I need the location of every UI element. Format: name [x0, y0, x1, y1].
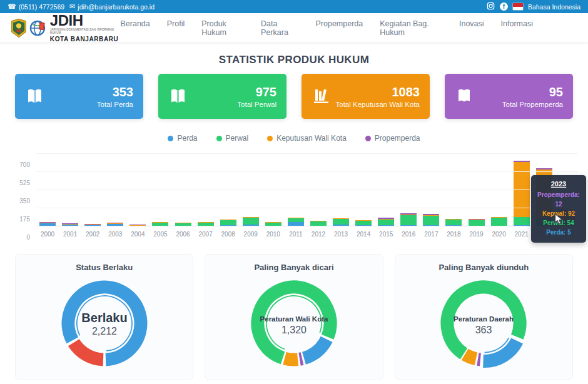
- nav-item-beranda[interactable]: Beranda: [121, 19, 150, 37]
- donut-segment[interactable]: [300, 359, 302, 360]
- bar-column-2010[interactable]: 2010: [262, 154, 285, 226]
- donut-segment[interactable]: [484, 341, 517, 361]
- topbar-email[interactable]: ✉ jdih@banjarbarukota.go.id: [69, 3, 155, 11]
- bar-column-2014[interactable]: 2014: [352, 154, 375, 226]
- bar-segment-perwal[interactable]: [243, 218, 259, 225]
- x-axis-label: 2005: [149, 231, 171, 238]
- facebook-icon[interactable]: f: [500, 3, 508, 11]
- bar-column-2002[interactable]: 2002: [81, 154, 104, 226]
- bar-column-2005[interactable]: 2005: [149, 154, 171, 226]
- nav-item-informasi[interactable]: Informasi: [501, 19, 533, 37]
- nav-item-produk-hukum[interactable]: Produk Hukum: [201, 19, 244, 37]
- bar-columns: 2000200120022003200420052006200720082009…: [36, 154, 578, 226]
- x-axis-label: 2015: [375, 231, 397, 238]
- chart-legend: PerdaPerwalKeputusan Wali KotaPropemperd…: [0, 134, 588, 143]
- bar-segment-perwal[interactable]: [445, 220, 462, 226]
- bar-column-2019[interactable]: 2019: [465, 154, 487, 226]
- x-axis-label: 2004: [126, 231, 149, 238]
- legend-item-propemperda[interactable]: Propemperda: [365, 134, 420, 143]
- y-axis-tick: 700: [6, 161, 30, 168]
- stat-value: 1083: [336, 85, 420, 99]
- stat-value: 975: [237, 85, 276, 99]
- bar-column-2020[interactable]: 2020: [488, 154, 510, 226]
- bar-column-2004[interactable]: 2004: [126, 154, 149, 226]
- bar-column-2011[interactable]: 2011: [285, 154, 307, 226]
- legend-item-perwal[interactable]: Perwal: [216, 134, 249, 143]
- gridline: [36, 208, 578, 208]
- bar-column-2013[interactable]: 2013: [330, 154, 352, 226]
- y-axis-tick: 175: [6, 216, 30, 223]
- nav-item-data-perkara[interactable]: Data Perkara: [261, 19, 298, 37]
- stat-card-total-keputusan-wali-kota: 1083Total Keputusan Wali Kota: [302, 74, 430, 119]
- bar-segment-perwal[interactable]: [491, 218, 507, 226]
- nav-item-inovasi[interactable]: Inovasi: [459, 19, 484, 37]
- donut-section: Status BerlakuBerlaku2,212Paling Banyak …: [15, 254, 573, 380]
- stat-label: Total Propemperda: [502, 101, 563, 108]
- bar-column-2008[interactable]: 2008: [217, 154, 240, 226]
- bar-segment-perwal[interactable]: [423, 216, 439, 226]
- x-axis-label: 2014: [352, 231, 375, 238]
- brand-logo[interactable]: JDIH JARINGAN DOKUMENTASI DAN INFORMASI …: [11, 13, 121, 42]
- gridline: [36, 226, 578, 226]
- x-axis-label: 2013: [330, 231, 352, 238]
- chart-tooltip: 2023 Propemperda: 12Kepwal: 92Perwal: 54…: [531, 175, 586, 243]
- bar-column-2012[interactable]: 2012: [307, 154, 330, 226]
- x-axis-label: 2006: [171, 231, 194, 238]
- bar-column-2016[interactable]: 2016: [397, 154, 420, 226]
- bar-column-2018[interactable]: 2018: [442, 154, 465, 226]
- x-axis-label: 2002: [81, 231, 104, 238]
- bar-segment-perwal[interactable]: [355, 221, 372, 225]
- bar-segment-perwal[interactable]: [220, 220, 236, 225]
- donut-center-title: Peraturan Daerah: [454, 315, 514, 323]
- donut-chart: Peraturan Wali Kota1,320: [245, 273, 343, 372]
- nav-item-profil[interactable]: Profil: [167, 19, 185, 37]
- bar-segment-perwal[interactable]: [378, 220, 394, 225]
- email-icon: ✉: [69, 3, 75, 10]
- donut-center-title: Berlaku: [81, 311, 127, 325]
- nav-item-propemperda[interactable]: Propemperda: [315, 19, 363, 37]
- x-axis-label: 2000: [36, 231, 59, 238]
- bar-column-2017[interactable]: 2017: [420, 154, 442, 226]
- bar-column-2001[interactable]: 2001: [59, 154, 81, 226]
- bar-column-2007[interactable]: 2007: [195, 154, 217, 226]
- bar-column-2006[interactable]: 2006: [171, 154, 194, 226]
- legend-label: Perwal: [226, 134, 249, 143]
- mouse-cursor-icon: [554, 213, 565, 228]
- x-axis-label: 2007: [195, 231, 217, 238]
- bar-segment-perwal[interactable]: [514, 217, 530, 225]
- bar-column-2015[interactable]: 2015: [375, 154, 397, 226]
- brand-title: JDIH: [50, 13, 121, 28]
- bar-segment-perwal[interactable]: [400, 215, 417, 225]
- donut-segment[interactable]: [73, 343, 103, 360]
- bar-segment-perwal[interactable]: [469, 220, 485, 226]
- bar-segment-perwal[interactable]: [310, 221, 327, 226]
- main-menu: BerandaProfilProduk HukumData PerkaraPro…: [121, 19, 533, 37]
- bar-column-2003[interactable]: 2003: [104, 154, 126, 226]
- bar-column-2021[interactable]: 2021: [510, 154, 533, 226]
- x-axis-label: 2019: [465, 231, 487, 238]
- donut-title: Status Berlaku: [16, 263, 193, 272]
- navbar: JDIH JARINGAN DOKUMENTASI DAN INFORMASI …: [0, 13, 588, 43]
- indonesia-flag-icon: [513, 3, 523, 10]
- donut-title: Paling Banyak dicari: [205, 263, 382, 272]
- donut-segment[interactable]: [285, 358, 298, 360]
- nav-item-kegiatan-bag-hukum[interactable]: Kegiatan Bag. Hukum: [380, 19, 442, 37]
- donut-segment[interactable]: [465, 355, 476, 359]
- city-emblem-icon: [11, 18, 26, 38]
- donut-center-value: 1,320: [281, 325, 307, 335]
- donut-segment[interactable]: [304, 339, 327, 358]
- bar-column-2000[interactable]: 2000: [36, 154, 59, 226]
- bar-column-2009[interactable]: 2009: [240, 154, 262, 226]
- y-axis-tick: 0: [6, 234, 30, 241]
- legend-item-perda[interactable]: Perda: [168, 134, 197, 143]
- bar-segment-perwal[interactable]: [333, 219, 349, 225]
- language-selector[interactable]: Bahasa Indonesia: [528, 3, 580, 11]
- email-address: jdih@banjarbarukota.go.id: [78, 3, 155, 11]
- topbar: ☎ (0511) 4772569 ✉ jdih@banjarbarukota.g…: [0, 0, 588, 13]
- gridline: [36, 171, 578, 172]
- instagram-icon[interactable]: [487, 2, 495, 11]
- x-axis-label: 2018: [442, 231, 465, 238]
- legend-dot: [216, 136, 222, 141]
- tooltip-row: Perda: 5: [534, 228, 584, 237]
- legend-item-keputusan-wali-kota[interactable]: Keputusan Wali Kota: [267, 134, 347, 143]
